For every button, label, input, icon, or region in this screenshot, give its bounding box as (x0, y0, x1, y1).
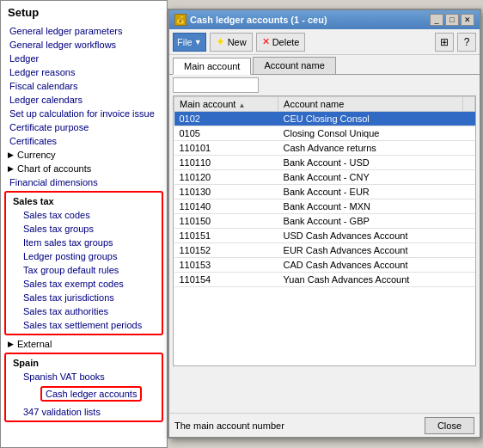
cell-scroll-spacer (463, 156, 475, 170)
sidebar-item-sales-tax-settlement[interactable]: Sales tax settlement periods (6, 318, 162, 332)
new-icon: ✦ (216, 35, 225, 48)
sidebar-item-sales-tax-authorities[interactable]: Sales tax authorities (6, 304, 162, 318)
cell-account-name: Bank Account - GBP (278, 214, 463, 229)
sidebar-item-sales-tax-jurisdictions[interactable]: Sales tax jurisdictions (6, 291, 162, 304)
cell-main-account: 110140 (174, 199, 278, 214)
external-arrow-icon: ▶ (8, 340, 14, 348)
cell-account-name: USD Cash Advances Account (278, 229, 463, 243)
sidebar-item-sales-tax-codes[interactable]: Sales tax codes (6, 208, 162, 222)
spain-header: Spain (6, 356, 162, 370)
tabs-bar: Main account Account name (169, 55, 480, 75)
spain-section: Spain Spanish VAT books Cash ledger acco… (4, 353, 163, 422)
cell-scroll-spacer (463, 126, 475, 141)
accounts-table: Main account ▲ Account name 0102CEU Clos… (174, 96, 475, 287)
delete-button[interactable]: ✕ Delete (256, 33, 306, 52)
table-row[interactable]: 110120Bank Account - CNY (174, 170, 475, 185)
setup-title: Setup (1, 1, 167, 24)
file-button[interactable]: File ▼ (173, 33, 206, 52)
toolbar-right: ⊞ ? (435, 33, 476, 52)
sidebar-item-invoice-issue[interactable]: Set up calculation for invoice issue (1, 107, 167, 120)
cell-main-account: 110130 (174, 185, 278, 199)
sidebar-item-tax-group-default-rules[interactable]: Tax group default rules (6, 263, 162, 277)
data-table-container[interactable]: Main account ▲ Account name 0102CEU Clos… (173, 95, 476, 366)
sales-tax-section: Sales tax Sales tax codes Sales tax grou… (4, 191, 163, 335)
cell-account-name: Cash Advance returns (278, 141, 463, 156)
tab-main-account[interactable]: Main account (173, 58, 251, 75)
table-row[interactable]: 110153CAD Cash Advances Account (174, 258, 475, 273)
cell-main-account: 110101 (174, 141, 278, 156)
toolbar: File ▼ ✦ New ✕ Delete ⊞ ? (169, 29, 480, 55)
sidebar-item-general-ledger-parameters[interactable]: General ledger parameters (1, 24, 167, 38)
sidebar-item-ledger[interactable]: Ledger (1, 52, 167, 65)
cell-scroll-spacer (463, 214, 475, 229)
cell-scroll-spacer (463, 141, 475, 156)
table-row[interactable]: 110150Bank Account - GBP (174, 214, 475, 229)
table-row[interactable]: 0102CEU Closing Consol (174, 112, 475, 126)
cell-account-name: CEU Closing Consol (278, 112, 463, 126)
cell-account-name: EUR Cash Advances Account (278, 243, 463, 258)
close-button[interactable]: ✕ (461, 14, 474, 26)
sidebar-item-spanish-vat-books[interactable]: Spanish VAT books (6, 370, 162, 384)
cell-account-name: Bank Account - USD (278, 156, 463, 170)
sidebar-item-cash-ledger-accounts[interactable]: Cash ledger accounts (40, 386, 142, 402)
layout-icon-button[interactable]: ⊞ (435, 33, 454, 52)
sidebar-item-certificate-purpose[interactable]: Certificate purpose (1, 120, 167, 134)
sidebar-item-currency[interactable]: ▶ Currency (1, 148, 167, 162)
sidebar-item-fiscal-calendars[interactable]: Fiscal calendars (1, 79, 167, 93)
table-row[interactable]: 110101Cash Advance returns (174, 141, 475, 156)
cell-scroll-spacer (463, 258, 475, 273)
dialog-title-icon: 💰 (174, 14, 186, 26)
sidebar-item-sales-tax-exempt-codes[interactable]: Sales tax exempt codes (6, 277, 162, 291)
maximize-button[interactable]: □ (445, 14, 459, 26)
table-row[interactable]: 110154Yuan Cash Advances Account (174, 273, 475, 287)
cash-ledger-highlight-wrapper: Cash ledger accounts (6, 384, 162, 405)
table-row[interactable]: 110140Bank Account - MXN (174, 199, 475, 214)
chart-label: Chart of accounts (17, 163, 91, 174)
file-label: File (177, 37, 193, 47)
cell-account-name: Bank Account - EUR (278, 185, 463, 199)
cell-main-account: 110154 (174, 273, 278, 287)
cell-scroll-spacer (463, 112, 475, 126)
sidebar-item-ledger-calendars[interactable]: Ledger calendars (1, 93, 167, 107)
sidebar-item-347-validation[interactable]: 347 validation lists (6, 405, 162, 419)
close-dialog-button[interactable]: Close (425, 417, 474, 434)
cell-account-name: Closing Consol Unique (278, 126, 463, 141)
sidebar-item-ledger-reasons[interactable]: Ledger reasons (1, 65, 167, 79)
table-row[interactable]: 0105Closing Consol Unique (174, 126, 475, 141)
sidebar-item-sales-tax-groups[interactable]: Sales tax groups (6, 222, 162, 236)
sidebar-item-ledger-posting-groups[interactable]: Ledger posting groups (6, 249, 162, 263)
scroll-header (463, 97, 475, 112)
delete-icon: ✕ (262, 36, 270, 47)
help-icon-button[interactable]: ? (457, 33, 476, 52)
col-header-account-name[interactable]: Account name (278, 97, 463, 112)
cell-scroll-spacer (463, 199, 475, 214)
sidebar-item-external[interactable]: ▶ External (1, 337, 167, 351)
sidebar-item-general-ledger-workflows[interactable]: General ledger workflows (1, 38, 167, 52)
table-row[interactable]: 110130Bank Account - EUR (174, 185, 475, 199)
dialog-title: 💰 Cash ledger accounts (1 - ceu) (174, 14, 327, 26)
cell-main-account: 110110 (174, 156, 278, 170)
cell-scroll-spacer (463, 185, 475, 199)
new-button[interactable]: ✦ New (210, 33, 253, 52)
sidebar-item-certificates[interactable]: Certificates (1, 134, 167, 148)
cell-main-account: 110150 (174, 214, 278, 229)
filter-input[interactable] (173, 77, 259, 93)
sidebar-item-chart-of-accounts[interactable]: ▶ Chart of accounts (1, 162, 167, 175)
cell-scroll-spacer (463, 243, 475, 258)
col-header-main-account[interactable]: Main account ▲ (174, 97, 278, 112)
cell-main-account: 110151 (174, 229, 278, 243)
table-row[interactable]: 110110Bank Account - USD (174, 156, 475, 170)
setup-panel: Setup General ledger parameters General … (0, 0, 168, 448)
minimize-button[interactable]: _ (430, 14, 443, 26)
dialog-controls: _ □ ✕ (430, 14, 474, 26)
sales-tax-header: Sales tax (6, 194, 162, 208)
cell-scroll-spacer (463, 229, 475, 243)
sidebar-item-item-sales-tax-groups[interactable]: Item sales tax groups (6, 236, 162, 249)
cell-main-account: 110152 (174, 243, 278, 258)
sidebar-item-financial-dimensions[interactable]: Financial dimensions (1, 175, 167, 189)
external-label: External (17, 339, 52, 349)
table-row[interactable]: 110151USD Cash Advances Account (174, 229, 475, 243)
tab-account-name[interactable]: Account name (253, 57, 335, 74)
cell-scroll-spacer (463, 170, 475, 185)
table-row[interactable]: 110152EUR Cash Advances Account (174, 243, 475, 258)
